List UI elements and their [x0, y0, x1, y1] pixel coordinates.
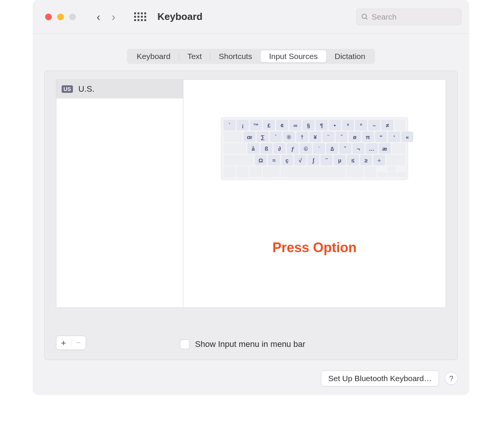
key-char: †	[296, 132, 308, 142]
key-modifier	[347, 166, 363, 177]
key-char: º	[355, 120, 367, 130]
add-source-button[interactable]: ＋	[56, 337, 71, 348]
key-char: √	[294, 155, 306, 165]
key-modifier	[378, 172, 387, 177]
key-char: …	[366, 143, 378, 154]
key-modifier	[392, 143, 405, 154]
forward-button: ›	[112, 11, 115, 23]
key-char: ¶	[316, 120, 328, 130]
key-char: §	[302, 120, 315, 130]
key-char: ¡	[237, 120, 249, 130]
zoom-window-button[interactable]	[69, 14, 76, 20]
key-char: “	[375, 132, 387, 142]
key-modifier	[250, 166, 262, 177]
key-char: ≈	[268, 155, 280, 165]
titlebar: ‹ › Keyboard Search	[33, 0, 469, 34]
key-char: ™	[250, 120, 262, 130]
tab-shortcuts[interactable]: Shortcuts	[210, 50, 260, 62]
key-modifier	[364, 166, 376, 177]
key-char: –	[368, 120, 380, 130]
key-modifier	[224, 166, 236, 177]
key-char: «	[401, 132, 413, 142]
key-char: ß	[260, 143, 272, 154]
minimize-window-button[interactable]	[57, 14, 64, 20]
key-modifier	[386, 155, 405, 165]
key-char: ˚	[339, 143, 351, 154]
key-modifier	[263, 166, 280, 177]
key-char: ∞	[289, 120, 301, 130]
key-char: ¥	[309, 132, 321, 142]
key-char: £	[263, 120, 275, 130]
input-sources-list[interactable]: US U.S.	[56, 80, 183, 307]
key-char: ˙	[313, 143, 325, 154]
key-char: ˆ	[336, 132, 348, 142]
key-char: ¢	[276, 120, 288, 130]
key-char: ç	[281, 155, 293, 165]
key-char: π	[362, 132, 374, 142]
key-char: Ω	[255, 155, 267, 165]
key-modifier	[387, 166, 396, 171]
key-char: ®	[283, 132, 295, 142]
add-remove-buttons: ＋ −	[56, 336, 86, 350]
key-char: ≥	[360, 155, 372, 165]
window-footer: Set Up Bluetooth Keyboard… ?	[321, 371, 458, 386]
key-char: ∂	[274, 143, 286, 154]
tab-bar: KeyboardTextShortcutsInput SourcesDictat…	[33, 49, 469, 64]
show-input-menu-row[interactable]: Show Input menu in menu bar	[180, 339, 305, 349]
key-modifier	[395, 120, 405, 130]
key-char: ≠	[381, 120, 393, 130]
key-modifier	[397, 172, 406, 177]
key-char: œ	[243, 132, 256, 142]
search-field[interactable]: Search	[356, 9, 461, 25]
key-char: µ	[334, 155, 346, 165]
input-source-badge: US	[62, 85, 73, 93]
nav-arrows: ‹ ›	[97, 11, 115, 23]
search-placeholder: Search	[372, 12, 397, 21]
window-title: Keyboard	[157, 11, 203, 23]
tab-keyboard[interactable]: Keyboard	[129, 50, 179, 62]
key-modifier	[387, 172, 396, 177]
input-source-row[interactable]: US U.S.	[56, 80, 183, 98]
search-icon	[361, 13, 369, 21]
remove-source-button: −	[71, 338, 86, 348]
key-char: `	[224, 120, 236, 130]
key-modifier	[224, 132, 242, 142]
key-char: ˜	[321, 155, 333, 165]
key-char: ´	[270, 132, 282, 142]
help-button[interactable]: ?	[445, 372, 458, 385]
key-char: ∆	[326, 143, 338, 154]
tab-dictation[interactable]: Dictation	[327, 50, 374, 62]
preferences-window: ‹ › Keyboard Search KeyboardTextShortcut…	[33, 0, 469, 395]
tab-input-sources[interactable]: Input Sources	[261, 50, 326, 62]
key-char: ƒ	[287, 143, 299, 154]
tab-text[interactable]: Text	[179, 50, 210, 62]
close-window-button[interactable]	[45, 14, 52, 20]
key-modifier	[237, 166, 249, 177]
key-char: ø	[349, 132, 361, 142]
show-input-menu-checkbox[interactable]	[180, 339, 190, 349]
key-char: å	[247, 143, 259, 154]
input-source-label: U.S.	[78, 84, 94, 94]
split-view: US U.S. `¡™£¢∞§¶•ªº–≠œ∑´®†¥¨ˆøπ“‘«åß∂ƒ©˙…	[56, 79, 446, 308]
key-modifier	[224, 155, 254, 165]
back-button[interactable]: ‹	[97, 11, 100, 23]
show-all-icon[interactable]	[134, 12, 146, 21]
key-char: ÷	[373, 155, 385, 165]
key-char: æ	[379, 143, 391, 154]
svg-point-0	[362, 14, 367, 18]
key-char: ∑	[257, 132, 269, 142]
key-modifier	[224, 143, 246, 154]
key-char: ¬	[352, 143, 364, 154]
key-char: ∫	[307, 155, 319, 165]
key-char: ©	[300, 143, 312, 154]
key-char: ª	[342, 120, 354, 130]
bluetooth-keyboard-button[interactable]: Set Up Bluetooth Keyboard…	[321, 371, 439, 386]
keyboard-layout: `¡™£¢∞§¶•ªº–≠œ∑´®†¥¨ˆøπ“‘«åß∂ƒ©˙∆˚¬…æΩ≈ç…	[221, 117, 408, 180]
keyboard-preview-pane: `¡™£¢∞§¶•ªº–≠œ∑´®†¥¨ˆøπ“‘«åß∂ƒ©˙∆˚¬…æΩ≈ç…	[183, 80, 446, 307]
svg-line-1	[366, 18, 367, 19]
key-char: ≤	[347, 155, 359, 165]
show-input-menu-label: Show Input menu in menu bar	[195, 339, 305, 349]
key-char: •	[329, 120, 341, 130]
content-panel: US U.S. `¡™£¢∞§¶•ªº–≠œ∑´®†¥¨ˆøπ“‘«åß∂ƒ©˙…	[44, 71, 458, 360]
window-controls	[45, 14, 76, 20]
